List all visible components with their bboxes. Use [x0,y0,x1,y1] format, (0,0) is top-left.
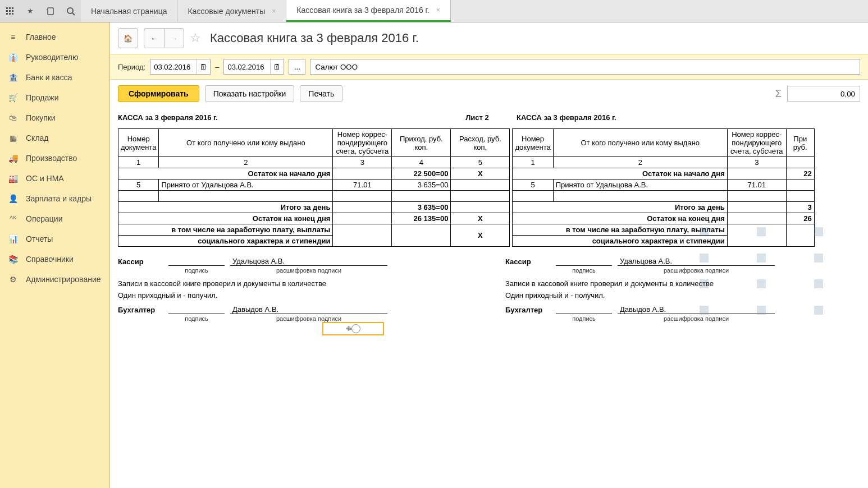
tab-start-page[interactable]: Начальная страница [81,0,177,22]
cash-table-left: Номер документа От кого получено или ком… [118,128,510,247]
gear-icon: ⚙ [8,274,18,284]
tab-close-icon[interactable]: × [272,7,276,15]
move-cursor-icon: ✥ [346,325,351,333]
ops-icon: ᴬᴷ [8,214,18,224]
sigma-icon: Σ [775,88,782,100]
grid-icon: ▦ [8,133,18,143]
col-doc-num: Номер документа [513,129,553,157]
col-in: При руб. [786,129,814,157]
signature-block-left: Кассир Удальцова А.В. подписьрасшифровка… [118,257,387,328]
sidebar-label: Покупки [26,113,56,122]
col-acct: Номер коррес-пондирующего счета, субсчет… [727,129,786,157]
signature-line [168,314,225,314]
date-to-field[interactable] [224,63,270,71]
history-icon[interactable] [43,3,58,19]
sidebar-item-refs[interactable]: 📚Справочники [0,249,109,269]
bank-icon: 🏦 [8,72,18,82]
date-from-input[interactable]: 🗓 [150,59,211,75]
sidebar-label: Администрирование [26,275,101,284]
tab-label: Начальная страница [91,7,167,16]
org-input[interactable] [310,59,860,75]
cash-table-right: Номер документа От кого получено или ком… [512,128,814,247]
menu-icon: ≡ [8,32,18,42]
generate-button[interactable]: Сформировать [118,85,199,102]
print-button[interactable]: Печать [300,85,342,102]
sidebar-item-bank[interactable]: 🏦Банк и касса [0,67,109,88]
chart-icon: 📊 [8,234,18,244]
svg-rect-3 [6,10,8,12]
cashier-label: Кассир [118,257,163,266]
sidebar-label: Руководителю [26,53,78,62]
sidebar-item-stock[interactable]: ▦Склад [0,128,109,148]
sidebar-label: Справочники [26,255,74,264]
col-acct: Номер коррес-пондирующего счета, субсчет… [333,129,392,157]
sidebar: ≡Главное 👔Руководителю 🏦Банк и касса 🛒Пр… [0,22,110,488]
svg-rect-9 [48,8,53,15]
forward-button[interactable]: → [164,28,184,48]
favorite-icon[interactable]: ☆ [190,31,201,45]
star-icon[interactable]: ★ [22,3,38,19]
svg-rect-4 [9,10,11,12]
svg-rect-5 [12,10,13,12]
truck-icon: 🚚 [8,153,18,163]
signature-line [168,265,225,266]
sidebar-item-reports[interactable]: 📊Отчеты [0,229,109,249]
svg-rect-6 [6,13,8,15]
tab-cash-docs[interactable]: Кассовые документы× [177,0,286,22]
sidebar-item-manager[interactable]: 👔Руководителю [0,47,109,67]
signature-block-right: Кассир Удальцова А.В. подписьрасшифровка… [505,257,775,328]
sidebar-label: ОС и НМА [26,174,64,183]
search-icon[interactable] [63,3,79,19]
calendar-icon[interactable]: 🗓 [197,59,210,74]
box-icon: 🏭 [8,173,18,183]
book-icon: 📚 [8,254,18,264]
show-settings-button[interactable]: Показать настройки [205,85,295,102]
period-more-button[interactable]: ... [289,59,305,75]
sidebar-item-production[interactable]: 🚚Производство [0,148,109,168]
sidebar-item-operations[interactable]: ᴬᴷОперации [0,209,109,229]
sum-box[interactable] [787,86,860,102]
report-caption-right: КАССА за 3 февраля 2016 г. [505,113,786,122]
sidebar-label: Склад [26,133,49,142]
page-title: Кассовая книга за 3 февраля 2016 г. [210,31,419,45]
col-out: Расход, руб. коп. [451,129,510,157]
sidebar-label: Отчеты [26,234,53,243]
calendar-icon[interactable]: 🗓 [270,59,284,74]
svg-rect-8 [12,13,13,15]
period-label: Период: [118,63,145,71]
sidebar-label: Производство [26,154,77,163]
svg-rect-1 [9,7,11,9]
cart-icon: 🛒 [8,93,18,103]
tab-label: Кассовая книга за 3 февраля 2016 г. [296,6,430,15]
accountant-label: Бухгалтер [118,306,163,314]
sidebar-label: Продажи [26,93,58,102]
sidebar-item-admin[interactable]: ⚙Администрирование [0,269,109,289]
report-caption-left: КАССА за 3 февраля 2016 г. [118,113,449,122]
sidebar-item-assets[interactable]: 🏭ОС и НМА [0,168,109,188]
report-sheet: Лист 2 [449,113,505,122]
col-desc: От кого получено или кому выдано [159,129,333,157]
accountant-name: Давыдов А.В. [230,305,387,314]
col-doc-num: Номер документа [118,129,159,157]
svg-line-11 [72,13,75,15]
active-cell[interactable]: ✥ [322,322,384,335]
svg-rect-0 [6,7,8,9]
tab-close-icon[interactable]: × [436,6,440,14]
home-button[interactable]: 🏠 [118,28,138,48]
svg-point-10 [67,8,73,13]
apps-icon[interactable] [2,3,18,19]
sidebar-label: Банк и касса [26,73,72,82]
col-desc: От кого получено или кому выдано [553,129,727,157]
tab-label: Кассовые документы [188,7,265,16]
bag-icon: 🛍 [8,113,18,123]
date-to-input[interactable]: 🗓 [223,59,284,75]
back-button[interactable]: ← [144,28,164,48]
sidebar-item-sales[interactable]: 🛒Продажи [0,88,109,108]
sidebar-item-payroll[interactable]: 👤Зарплата и кадры [0,188,109,209]
date-sep: – [215,63,219,71]
tab-cash-book[interactable]: Кассовая книга за 3 февраля 2016 г.× [286,0,451,22]
date-from-field[interactable] [150,63,197,71]
sidebar-item-main[interactable]: ≡Главное [0,27,109,47]
sidebar-item-purchases[interactable]: 🛍Покупки [0,108,109,128]
col-in: Приход, руб. коп. [392,129,451,157]
